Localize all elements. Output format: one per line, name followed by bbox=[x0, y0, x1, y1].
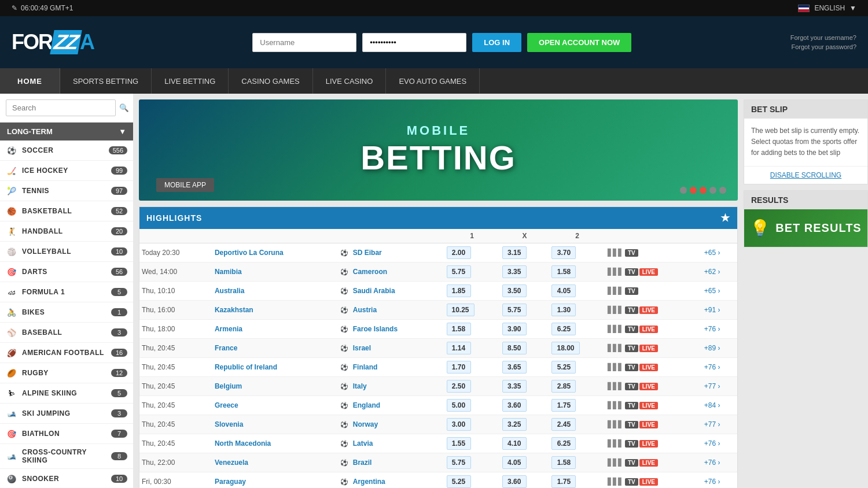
extra-odds-cell[interactable]: +89 › bbox=[702, 339, 737, 358]
odd-1-button[interactable]: 2.00 bbox=[447, 246, 471, 259]
team2-name[interactable]: Latvia bbox=[353, 439, 373, 448]
odd-x-button[interactable]: 4.05 bbox=[502, 456, 527, 469]
team2-name[interactable]: Cameroon bbox=[353, 268, 387, 276]
sidebar-sport-item[interactable]: 🏈 AMERICAN FOOTBALL 16 bbox=[0, 343, 133, 363]
odd-x-button[interactable]: 3.35 bbox=[502, 265, 527, 278]
odd-x-button[interactable]: 3.50 bbox=[502, 284, 527, 297]
sidebar-sport-item[interactable]: 🎿 SKI JUMPING 3 bbox=[0, 404, 133, 424]
odd-x-button[interactable]: 3.15 bbox=[502, 246, 527, 259]
odd-2-button[interactable]: 4.05 bbox=[551, 284, 576, 297]
sidebar-sport-item[interactable]: 🚴 BIKES 1 bbox=[0, 302, 133, 323]
odd-1-button[interactable]: 5.75 bbox=[447, 265, 471, 278]
extra-odds-cell[interactable]: +76 › bbox=[702, 434, 737, 453]
odd-2-button[interactable]: 1.75 bbox=[551, 475, 576, 488]
team1-name[interactable]: Armenia bbox=[212, 320, 338, 339]
extra-odds-cell[interactable]: +76 › bbox=[702, 320, 737, 339]
team1-name[interactable]: Paraguay bbox=[212, 472, 338, 489]
extra-odds-cell[interactable]: +76 › bbox=[702, 358, 737, 377]
odd-1-button[interactable]: 1.55 bbox=[447, 437, 471, 450]
long-term-button[interactable]: LONG-TERM ▼ bbox=[0, 123, 133, 141]
team2-name[interactable]: Israel bbox=[353, 344, 371, 352]
odd-2-button[interactable]: 6.25 bbox=[551, 323, 576, 335]
team1-name[interactable]: Australia bbox=[212, 282, 338, 301]
team2-name[interactable]: Austria bbox=[353, 306, 377, 314]
forgot-username-link[interactable]: Forgot your username? bbox=[790, 34, 856, 41]
odd-x-button[interactable]: 3.60 bbox=[502, 475, 527, 488]
extra-odds-cell[interactable]: +76 › bbox=[702, 472, 737, 489]
team2-name[interactable]: Finland bbox=[353, 363, 378, 371]
sidebar-sport-item[interactable]: 🎯 DARTS 56 bbox=[0, 262, 133, 282]
sidebar-sport-item[interactable]: ⚽ SOCCER 556 bbox=[0, 141, 133, 161]
team2-name[interactable]: Norway bbox=[353, 420, 378, 428]
odd-2-button[interactable]: 1.58 bbox=[551, 265, 576, 278]
odd-1-button[interactable]: 10.25 bbox=[447, 304, 475, 316]
chevron-down-icon[interactable]: ▼ bbox=[849, 4, 856, 12]
odd-2-button[interactable]: 18.00 bbox=[551, 342, 579, 354]
search-input[interactable] bbox=[6, 99, 116, 116]
team1-name[interactable]: Deportivo La Coruna bbox=[212, 243, 338, 263]
odd-2-button[interactable]: 5.25 bbox=[551, 361, 576, 374]
odd-x-button[interactable]: 3.35 bbox=[502, 380, 527, 393]
team1-name[interactable]: Slovenia bbox=[212, 415, 338, 434]
extra-odds-cell[interactable]: +84 › bbox=[702, 396, 737, 415]
odd-1-button[interactable]: 3.00 bbox=[447, 418, 471, 431]
odd-x-button[interactable]: 3.65 bbox=[502, 361, 527, 374]
nav-live-casino[interactable]: LIVE CASINO bbox=[313, 68, 387, 94]
nav-home[interactable]: HOME bbox=[0, 68, 60, 94]
team2-name[interactable]: England bbox=[353, 401, 380, 409]
sidebar-sport-item[interactable]: 🏒 ICE HOCKEY 99 bbox=[0, 161, 133, 181]
search-button[interactable]: 🔍 bbox=[116, 101, 133, 114]
nav-evo-auto-games[interactable]: EVO AUTO GAMES bbox=[386, 68, 480, 94]
team1-name[interactable]: Greece bbox=[212, 396, 338, 415]
odd-1-button[interactable]: 5.75 bbox=[447, 456, 471, 469]
team2-name[interactable]: Faroe Islands bbox=[353, 325, 398, 333]
username-input[interactable] bbox=[252, 33, 356, 52]
extra-odds-cell[interactable]: +91 › bbox=[702, 301, 737, 320]
banner-dot-4[interactable] bbox=[709, 187, 716, 194]
extra-odds-cell[interactable]: +77 › bbox=[702, 377, 737, 396]
extra-odds-cell[interactable]: +62 › bbox=[702, 263, 737, 282]
banner-dot-1[interactable] bbox=[680, 187, 687, 194]
nav-live-betting[interactable]: LIVE BETTING bbox=[152, 68, 229, 94]
sidebar-sport-item[interactable]: 🏀 BASKETBALL 52 bbox=[0, 201, 133, 221]
banner-mobile-app-button[interactable]: MOBILE APP bbox=[156, 178, 214, 192]
odd-2-button[interactable]: 6.25 bbox=[551, 437, 576, 450]
odd-1-button[interactable]: 1.14 bbox=[447, 342, 471, 354]
odd-2-button[interactable]: 3.70 bbox=[551, 246, 576, 259]
odd-2-button[interactable]: 1.30 bbox=[551, 304, 576, 316]
extra-odds-cell[interactable]: +65 › bbox=[702, 243, 737, 263]
extra-odds-cell[interactable]: +65 › bbox=[702, 282, 737, 301]
open-account-button[interactable]: OPEN ACCOUNT NOW bbox=[527, 33, 631, 52]
odd-1-button[interactable]: 1.70 bbox=[447, 361, 471, 374]
star-icon[interactable]: ★ bbox=[720, 212, 730, 224]
team1-name[interactable]: Kazakhstan bbox=[212, 301, 338, 320]
banner-dot-5[interactable] bbox=[719, 187, 726, 194]
sidebar-sport-item[interactable]: 🎯 BIATHLON 7 bbox=[0, 424, 133, 444]
extra-odds-cell[interactable]: +77 › bbox=[702, 415, 737, 434]
odd-x-button[interactable]: 4.10 bbox=[502, 437, 527, 450]
team1-name[interactable]: Belgium bbox=[212, 377, 338, 396]
odd-x-button[interactable]: 3.25 bbox=[502, 418, 527, 431]
team2-name[interactable]: Italy bbox=[353, 382, 367, 390]
sidebar-sport-item[interactable]: 🎱 SNOOKER 10 bbox=[0, 469, 133, 488]
password-input[interactable] bbox=[362, 33, 466, 52]
sidebar-sport-item[interactable]: 🤾 HANDBALL 20 bbox=[0, 221, 133, 242]
team2-name[interactable]: Saudi Arabia bbox=[353, 287, 395, 295]
team2-name[interactable]: Argentina bbox=[353, 478, 385, 486]
team2-name[interactable]: Brazil bbox=[353, 459, 372, 467]
extra-odds-cell[interactable]: +76 › bbox=[702, 453, 737, 472]
team1-name[interactable]: Republic of Ireland bbox=[212, 358, 338, 377]
odd-1-button[interactable]: 5.00 bbox=[447, 399, 471, 412]
odd-2-button[interactable]: 1.75 bbox=[551, 399, 576, 412]
sidebar-sport-item[interactable]: 🏎 FORMULA 1 5 bbox=[0, 282, 133, 302]
odd-1-button[interactable]: 5.25 bbox=[447, 475, 471, 488]
odd-1-button[interactable]: 1.85 bbox=[447, 284, 471, 297]
team1-name[interactable]: North Macedonia bbox=[212, 434, 338, 453]
banner-dot-3[interactable] bbox=[700, 187, 707, 194]
odd-x-button[interactable]: 3.90 bbox=[502, 323, 527, 335]
odd-1-button[interactable]: 1.58 bbox=[447, 323, 471, 335]
login-button[interactable]: LOG IN bbox=[472, 33, 521, 52]
odd-1-button[interactable]: 2.50 bbox=[447, 380, 471, 393]
odd-2-button[interactable]: 1.58 bbox=[551, 456, 576, 469]
odd-2-button[interactable]: 2.85 bbox=[551, 380, 576, 393]
